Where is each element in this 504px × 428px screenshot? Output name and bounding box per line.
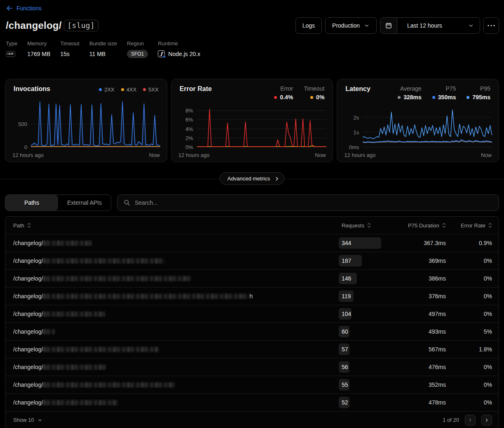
invocations-chart: 5000 <box>12 101 160 147</box>
show-rows-select[interactable]: Show 10 <box>13 417 42 423</box>
requests-cell: 52 <box>342 394 375 411</box>
table-row[interactable]: /changelog/344367.3ms0.9% <box>5 234 499 252</box>
chart-title: Invocations <box>14 85 50 93</box>
search-input[interactable] <box>135 199 492 206</box>
tab-external-apis[interactable]: External APIs <box>58 195 111 210</box>
legend-item[interactable]: P95795ms <box>466 85 490 101</box>
column-header-requests[interactable]: Requests <box>342 222 375 229</box>
more-options-button[interactable] <box>483 17 499 34</box>
table-footer: Show 10 1 of 20 <box>5 411 499 428</box>
column-header-p75-duration[interactable]: P75 Duration <box>375 222 446 229</box>
environment-select[interactable]: Production <box>325 17 377 34</box>
chevron-right-icon <box>274 176 280 182</box>
tab-paths[interactable]: Paths <box>5 195 58 210</box>
page-title: /changelog/ [slug] <box>6 20 98 31</box>
legend-dot <box>121 88 124 91</box>
error-rate-cell: 0% <box>446 257 492 264</box>
path-cell: /changelog/ <box>13 364 342 370</box>
legend-item[interactable]: 2XX <box>99 87 115 93</box>
legend-dot <box>466 96 469 99</box>
path-cell: /changelog/ <box>13 240 342 246</box>
p75-duration-cell: 497ms <box>375 311 446 317</box>
region-badge: SFO1 <box>127 50 148 58</box>
latency-chart: 2s1s0ms <box>344 101 492 147</box>
requests-cell: 187 <box>342 252 375 269</box>
breadcrumb-label: Functions <box>16 5 42 12</box>
column-header-error-rate[interactable]: Error Rate <box>446 222 492 229</box>
legend-item[interactable]: P75350ms <box>432 85 456 101</box>
error-rate-cell: 0% <box>446 399 492 406</box>
legend-dot <box>432 96 435 99</box>
error-rate-legend: Error0.4%Timeout0% <box>274 85 324 101</box>
legend-item[interactable]: 4XX <box>121 87 137 93</box>
legend-item[interactable]: Timeout0% <box>304 85 324 101</box>
error-rate-cell: 0.9% <box>446 240 492 246</box>
table-body: /changelog/344367.3ms0.9%/changelog/1873… <box>5 234 499 411</box>
nodejs-function-icon: ƒ <box>158 50 165 57</box>
chart-title: Error Rate <box>180 85 212 101</box>
legend-item[interactable]: 5XX <box>143 87 159 93</box>
legend-item[interactable]: Error0.4% <box>274 85 293 101</box>
meta-label: Memory <box>27 40 50 47</box>
page-info: 1 of 20 <box>443 417 459 423</box>
sort-icon <box>488 222 492 228</box>
table-row[interactable]: /changelog/57567ms1.8% <box>5 340 499 358</box>
back-to-functions-link[interactable]: Functions <box>6 5 42 12</box>
y-axis: 8%6%4%2%0% <box>178 101 197 147</box>
legend-item[interactable]: Average328ms <box>398 85 422 101</box>
isr-type-badge: ISR <box>6 51 15 57</box>
table-row[interactable]: /changelog/52478ms0% <box>5 393 499 411</box>
calendar-button[interactable] <box>380 18 397 33</box>
table-row[interactable]: /changelog/56476ms0% <box>5 358 499 376</box>
path-cell: /changelog/ <box>13 257 342 264</box>
legend-dot <box>398 96 401 99</box>
time-range-label: Last 12 hours <box>407 22 442 29</box>
meta-memory: Memory 1769 MB <box>27 40 50 58</box>
table-row[interactable]: /changelog/55352ms0% <box>5 376 499 393</box>
p75-duration-cell: 367.3ms <box>375 240 446 246</box>
column-header-path[interactable]: Path <box>13 222 342 229</box>
redacted-path-segment <box>43 294 249 299</box>
invocations-legend: 2XX4XX5XX <box>99 85 159 93</box>
meta-label: Runtime <box>158 40 200 47</box>
prev-page-button[interactable] <box>465 415 476 426</box>
table-row[interactable]: /changelog/60493ms5% <box>5 323 499 340</box>
sort-icon <box>367 222 371 228</box>
latency-plot <box>363 101 492 147</box>
time-range-select[interactable]: Last 12 hours <box>401 18 480 33</box>
path-cell: /changelog/ <box>13 381 342 388</box>
requests-cell: 55 <box>342 376 375 393</box>
meta-value: 11 MB <box>89 49 117 58</box>
error-rate-cell: 0% <box>446 364 492 370</box>
error-rate-cell: 0% <box>446 311 492 317</box>
x-axis-labels: 12 hours agoNow <box>344 152 492 158</box>
meta-label: Timeout <box>60 40 79 47</box>
table-tabs: Paths External APIs <box>5 194 111 211</box>
logs-button[interactable]: Logs <box>295 17 322 34</box>
advanced-metrics-divider: Advanced metrics <box>0 172 504 185</box>
table-row[interactable]: /changelog/146386ms0% <box>5 269 499 287</box>
sort-icon <box>442 222 446 228</box>
metrics-charts-row: Invocations 2XX4XX5XX 5000 12 hours agoN… <box>5 79 499 162</box>
sort-icon <box>27 222 31 228</box>
table-row[interactable]: /changelog/187369ms0% <box>5 252 499 269</box>
node-dot <box>163 55 166 58</box>
table-row[interactable]: /changelog/h119376ms0% <box>5 287 499 305</box>
error-rate-cell: 1.8% <box>446 346 492 353</box>
y-axis: 2s1s0ms <box>344 101 363 147</box>
next-page-button[interactable] <box>481 415 492 426</box>
meta-bundle-size: Bundle size 11 MB <box>89 40 117 58</box>
advanced-metrics-button[interactable]: Advanced metrics <box>220 172 284 185</box>
meta-label: Region <box>127 40 148 47</box>
invocations-plot <box>31 101 160 147</box>
meta-timeout: Timeout 15s <box>60 40 79 58</box>
p75-duration-cell: 376ms <box>375 293 446 299</box>
p75-duration-cell: 478ms <box>375 399 446 406</box>
table-row[interactable]: /changelog/104497ms0% <box>5 305 499 323</box>
latency-legend: Average328msP75350msP95795ms <box>398 85 490 101</box>
requests-cell: 56 <box>342 358 375 376</box>
chevron-down-icon <box>468 23 474 28</box>
filter-row: Paths External APIs <box>5 194 499 211</box>
path-cell: /changelog/h <box>13 293 342 299</box>
error-rate-cell: 5% <box>446 328 492 335</box>
